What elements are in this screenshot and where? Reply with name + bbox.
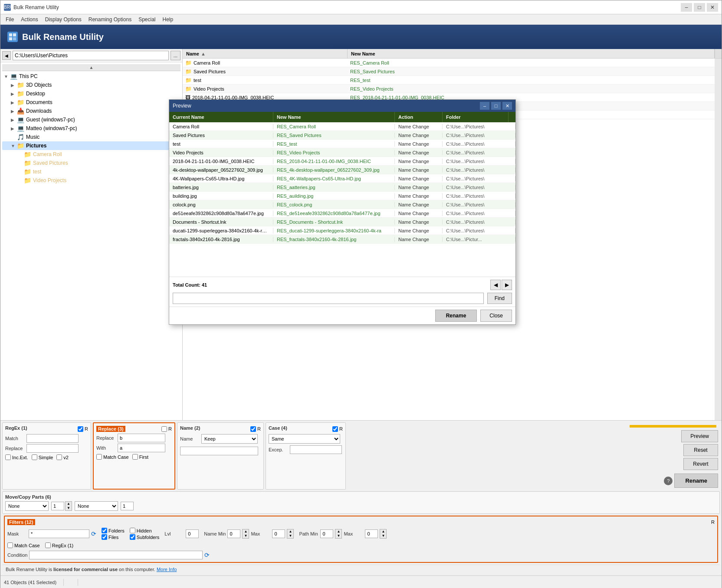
with-input[interactable] xyxy=(118,444,165,452)
filters-pathmax-spin[interactable]: ▲ ▼ xyxy=(380,529,387,539)
dlg-col-action-header[interactable]: Action xyxy=(395,112,443,122)
filters-matchcase-checkbox[interactable]: Match Case xyxy=(7,542,40,548)
filters-lvl-input[interactable] xyxy=(186,529,199,538)
preview-button[interactable]: Preview xyxy=(681,430,718,442)
filters-regex-checkbox[interactable]: RegEx (1) xyxy=(45,542,74,548)
replace-input[interactable] xyxy=(118,434,165,442)
find-button[interactable]: Find xyxy=(487,293,512,304)
find-input[interactable] xyxy=(173,293,484,304)
replace-checkbox1[interactable] xyxy=(161,426,167,432)
filters-subfolders-checkbox[interactable]: Subfolders xyxy=(130,534,160,540)
regex-simple-checkbox[interactable]: Simple xyxy=(32,454,53,460)
nav-prev-button[interactable]: ◀ xyxy=(490,280,501,290)
revert-button[interactable]: Revert xyxy=(683,458,718,470)
file-row-cameraroll[interactable]: 📁Camera Roll RES_Camera Roll xyxy=(183,59,715,67)
menu-renaming-options[interactable]: Renaming Options xyxy=(85,16,135,23)
dlg-row-12[interactable]: ducati-1299-superleggera-3840x2160-4k-ra… xyxy=(169,226,515,235)
filters-pathmin-down[interactable]: ▼ xyxy=(335,534,341,538)
case-checkbox1[interactable] xyxy=(332,426,338,432)
filters-files-checkbox[interactable]: Files xyxy=(102,534,125,540)
dialog-minimize-button[interactable]: – xyxy=(480,102,489,110)
filters-condition-refresh[interactable]: ⟳ xyxy=(204,552,210,559)
name-checkbox1[interactable] xyxy=(250,426,256,432)
filters-pathmin-up[interactable]: ▲ xyxy=(335,529,341,534)
file-list-scrollbar[interactable] xyxy=(715,59,722,420)
name-value-input[interactable] xyxy=(180,447,258,455)
filters-pathmin-input[interactable] xyxy=(320,529,333,538)
close-button[interactable]: ✕ xyxy=(707,3,718,12)
nav-next-button[interactable]: ▶ xyxy=(502,280,512,290)
filters-pathmax-input[interactable] xyxy=(365,529,378,538)
tree-item-pictures[interactable]: ▼ 📁 Pictures xyxy=(2,141,180,150)
filters-pathmin-spin[interactable]: ▲ ▼ xyxy=(335,529,342,539)
rename-button-main[interactable]: Rename xyxy=(674,474,718,488)
movecopy-select2[interactable]: None xyxy=(75,501,118,511)
dlg-row-2[interactable]: test RES_test Name Change C:\Use...\Pict… xyxy=(169,140,515,148)
dlg-row-5[interactable]: 4k-desktop-wallpaper_065227602_309.jpg R… xyxy=(169,166,515,174)
file-row-savedpictures[interactable]: 📁Saved Pictures RES_Saved Pictures xyxy=(183,67,715,76)
dlg-col-folder-header[interactable]: Folder xyxy=(443,112,509,122)
tree-item-desktop[interactable]: ▶ 📁 Desktop xyxy=(2,89,180,98)
dlg-row-3[interactable]: Video Projects RES_Video Projects Name C… xyxy=(169,148,515,157)
path-input[interactable] xyxy=(13,51,169,60)
regex-incext-checkbox[interactable]: Inc.Ext. xyxy=(5,454,28,460)
first-checkbox[interactable]: First xyxy=(132,454,148,460)
match-case-checkbox[interactable]: Match Case xyxy=(96,454,129,460)
path-browse-button[interactable]: ... xyxy=(171,51,180,60)
filters-mask-input[interactable] xyxy=(29,529,89,538)
movecopy-num2-input[interactable] xyxy=(121,502,134,510)
regex-replace-input[interactable] xyxy=(26,444,79,453)
filters-folders-checkbox[interactable]: Folders xyxy=(102,528,125,533)
dlg-row-9[interactable]: colock.png RES_colock.png Name Change C:… xyxy=(169,200,515,209)
col-header-newname[interactable]: New Name xyxy=(348,49,715,58)
tree-item-savedpictures[interactable]: 📁 Saved Pictures xyxy=(2,159,180,167)
movecopy-num1-input[interactable] xyxy=(51,502,64,510)
movecopy-num1-spin[interactable]: ▲ ▼ xyxy=(65,501,72,511)
tree-item-videoprojects[interactable]: 📁 Video Projects xyxy=(2,176,180,185)
filters-namemin-spin[interactable]: ▲ ▼ xyxy=(242,529,249,539)
tree-item-documents[interactable]: ▶ 📁 Documents xyxy=(2,98,180,107)
case-excep-input[interactable] xyxy=(290,445,342,454)
tree-item-test[interactable]: 📁 test xyxy=(2,167,180,176)
regex-match-input[interactable] xyxy=(26,434,79,443)
tree-item-3dobjects[interactable]: ▶ 📁 3D Objects xyxy=(2,81,180,89)
filters-namemin-down[interactable]: ▼ xyxy=(243,534,249,538)
menu-help[interactable]: Help xyxy=(159,16,177,23)
filters-namemax-input[interactable] xyxy=(272,529,285,538)
filters-namemax-up[interactable]: ▲ xyxy=(287,529,293,534)
dlg-row-1[interactable]: Saved Pictures RES_Saved Pictures Name C… xyxy=(169,131,515,140)
dlg-row-4[interactable]: 2018-04-21-11-01-00-IMG_0038.HEIC RES_20… xyxy=(169,157,515,166)
filters-pathmax-down[interactable]: ▼ xyxy=(380,534,386,538)
filters-namemax-down[interactable]: ▼ xyxy=(287,534,293,538)
file-row-test[interactable]: 📁test RES_test xyxy=(183,76,715,85)
menu-display-options[interactable]: Display Options xyxy=(42,16,85,23)
movecopy-spin-up1[interactable]: ▲ xyxy=(66,502,72,506)
menu-actions[interactable]: Actions xyxy=(17,16,41,23)
dlg-row-0[interactable]: Camera Roll RES_Camera Roll Name Change … xyxy=(169,122,515,131)
file-row-videoprojects[interactable]: 📁Video Projects RES_Video Projects xyxy=(183,85,715,93)
reset-button[interactable]: Reset xyxy=(683,444,718,456)
filters-namemin-up[interactable]: ▲ xyxy=(243,529,249,534)
help-icon[interactable]: ? xyxy=(664,477,673,485)
dlg-row-10[interactable]: de51eeafe3932862c908d80a78a6477e.jpg RES… xyxy=(169,209,515,218)
dlg-col-current-header[interactable]: Current Name xyxy=(169,112,273,122)
nav-back-icon[interactable]: ◀ xyxy=(2,51,11,60)
filters-refresh-icon[interactable]: ⟳ xyxy=(91,530,96,537)
regex-checkbox1[interactable] xyxy=(78,426,83,432)
movecopy-spin-down1[interactable]: ▼ xyxy=(66,506,72,510)
tree-item-thispc[interactable]: ▼ 💻 This PC xyxy=(2,72,180,81)
menu-special[interactable]: Special xyxy=(135,16,159,23)
filters-pathmax-up[interactable]: ▲ xyxy=(380,529,386,534)
dlg-row-11[interactable]: Documents - Shortcut.lnk RES_Documents -… xyxy=(169,218,515,226)
tree-item-music[interactable]: 🎵 Music xyxy=(2,133,180,141)
dlg-row-6[interactable]: 4K-Wallpapers-Cs65-Ultra-HD.jpg RES_4K-W… xyxy=(169,174,515,183)
case-select[interactable]: Same Upper Lower Title xyxy=(269,434,340,444)
dialog-close-button[interactable]: ✕ xyxy=(502,102,512,110)
movecopy-select1[interactable]: None xyxy=(5,501,49,511)
tree-item-guest[interactable]: ▶ 💻 Guest (windows7-pc) xyxy=(2,115,180,124)
dialog-close-action-button[interactable]: Close xyxy=(480,310,512,322)
maximize-button[interactable]: □ xyxy=(694,3,705,12)
tree-item-downloads[interactable]: ▶ 📥 Downloads xyxy=(2,107,180,115)
filters-hidden-checkbox[interactable]: Hidden xyxy=(130,528,160,533)
minimize-button[interactable]: – xyxy=(681,3,692,12)
